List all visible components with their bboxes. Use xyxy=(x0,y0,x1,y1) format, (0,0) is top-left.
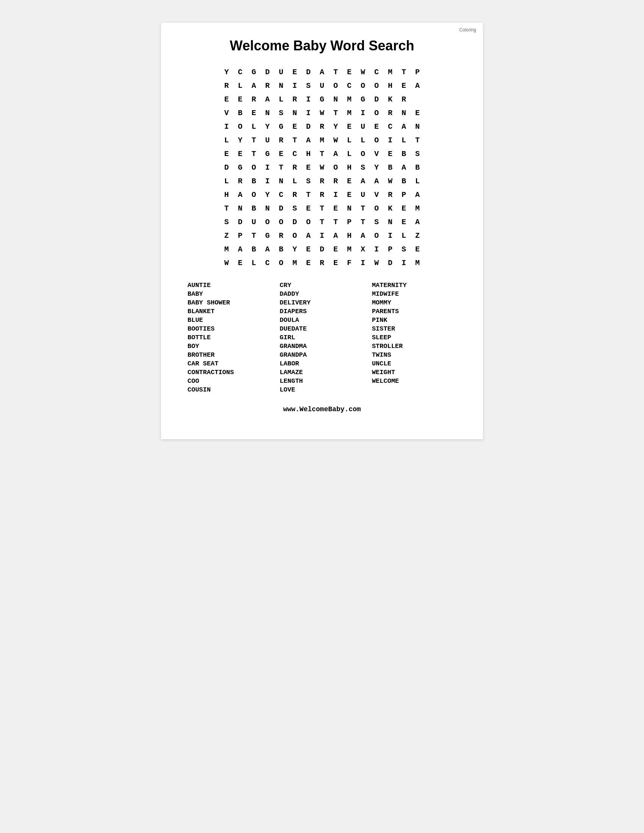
grid-cell: B xyxy=(397,174,411,188)
word-item: WEIGHT xyxy=(372,368,456,377)
word-item: COO xyxy=(188,377,272,386)
grid-cell: T xyxy=(356,201,370,215)
grid-cell: I xyxy=(261,174,274,188)
grid-cell: T xyxy=(247,133,261,147)
grid-cell: E xyxy=(397,201,411,215)
grid-cell: N xyxy=(233,201,247,215)
grid-cell: B xyxy=(233,106,247,120)
grid-cell: I xyxy=(315,229,329,242)
grid-cell: A xyxy=(261,242,274,256)
word-item: GRANDPA xyxy=(280,351,364,359)
grid-cell: E xyxy=(301,242,315,256)
word-item: BABY SHOWER xyxy=(188,298,272,307)
grid-cell: E xyxy=(397,79,411,92)
word-item: GIRL xyxy=(280,333,364,342)
grid-cell: N xyxy=(261,201,274,215)
word-item: UNCLE xyxy=(372,359,456,368)
word-item: BABY xyxy=(188,289,272,298)
grid-cell: T xyxy=(329,65,343,79)
grid-cell: W xyxy=(356,65,370,79)
grid-cell: I xyxy=(261,161,274,174)
grid-cell: F xyxy=(343,256,356,270)
grid-cell: L xyxy=(288,174,301,188)
grid-cell: E xyxy=(329,201,343,215)
grid-cell: P xyxy=(397,188,411,201)
grid-cell: B xyxy=(411,161,424,174)
grid-cell: E xyxy=(329,242,343,256)
grid-container: YCGDUEDATEWCMTPRLARNISUOCOOHEAEERALRIGNM… xyxy=(184,65,460,270)
word-item: MATERNITY xyxy=(372,281,456,289)
grid-cell: T xyxy=(315,201,329,215)
grid-cell: D xyxy=(301,65,315,79)
grid-cell: S xyxy=(301,79,315,92)
grid-cell: T xyxy=(329,215,343,229)
grid-cell: O xyxy=(288,229,301,242)
grid-cell: E xyxy=(301,201,315,215)
grid-cell: G xyxy=(261,147,274,161)
corner-label: Coloring xyxy=(459,27,476,32)
grid-cell: T xyxy=(397,65,411,79)
word-item: SLEEP xyxy=(372,333,456,342)
grid-cell: E xyxy=(233,92,247,106)
word-item: DUEDATE xyxy=(280,325,364,333)
word-item: PINK xyxy=(372,316,456,325)
grid-cell: R xyxy=(247,92,261,106)
grid-cell: M xyxy=(315,133,329,147)
grid-cell: R xyxy=(383,188,397,201)
grid-cell: C xyxy=(288,147,301,161)
word-item: DELIVERY xyxy=(280,298,364,307)
word-item: SISTER xyxy=(372,325,456,333)
grid-cell: T xyxy=(247,229,261,242)
grid-cell: B xyxy=(247,201,261,215)
grid-cell: I xyxy=(397,256,411,270)
grid-cell: A xyxy=(370,174,383,188)
grid-cell: Y xyxy=(233,133,247,147)
grid-cell: N xyxy=(274,174,288,188)
grid-cell: L xyxy=(343,133,356,147)
grid-cell: M xyxy=(411,201,424,215)
grid-cell: E xyxy=(343,174,356,188)
grid-cell: P xyxy=(343,215,356,229)
grid-cell: M xyxy=(220,242,233,256)
word-item: BOY xyxy=(188,342,272,351)
grid-cell: Y xyxy=(261,188,274,201)
grid-cell: B xyxy=(397,147,411,161)
grid-cell: O xyxy=(329,79,343,92)
grid-cell: A xyxy=(356,174,370,188)
grid-cell: O xyxy=(370,229,383,242)
word-item: BLANKET xyxy=(188,307,272,316)
website-url: www.WelcomeBaby.com xyxy=(184,405,460,413)
grid-cell: G xyxy=(315,92,329,106)
grid-cell: A xyxy=(233,188,247,201)
grid-cell: O xyxy=(370,201,383,215)
grid-cell: S xyxy=(397,242,411,256)
page: Coloring Welcome Baby Word Search YCGDUE… xyxy=(161,23,483,439)
grid-cell: B xyxy=(247,174,261,188)
grid-cell: T xyxy=(411,133,424,147)
grid-cell: R xyxy=(383,106,397,120)
grid-cell: O xyxy=(274,215,288,229)
grid-cell: M xyxy=(411,256,424,270)
grid-cell: C xyxy=(383,120,397,133)
grid-cell: N xyxy=(383,215,397,229)
grid-cell: G xyxy=(261,229,274,242)
grid-cell: C xyxy=(261,256,274,270)
grid-cell: H xyxy=(343,229,356,242)
grid-cell: C xyxy=(274,188,288,201)
grid-cell: I xyxy=(220,120,233,133)
grid-cell: A xyxy=(329,147,343,161)
grid-cell: R xyxy=(315,188,329,201)
grid-cell: L xyxy=(397,133,411,147)
word-column-3: MATERNITYMIDWIFEMOMMYPARENTSPINKSISTERSL… xyxy=(372,281,456,394)
grid-cell: T xyxy=(356,215,370,229)
grid-cell: R xyxy=(233,174,247,188)
grid-cell: E xyxy=(411,106,424,120)
grid-cell: O xyxy=(233,120,247,133)
grid-cell: G xyxy=(247,65,261,79)
grid-cell: C xyxy=(343,79,356,92)
grid-cell: E xyxy=(343,188,356,201)
grid-cell: B xyxy=(383,161,397,174)
grid-cell: I xyxy=(356,256,370,270)
grid-cell: R xyxy=(315,256,329,270)
grid-cell: O xyxy=(370,133,383,147)
